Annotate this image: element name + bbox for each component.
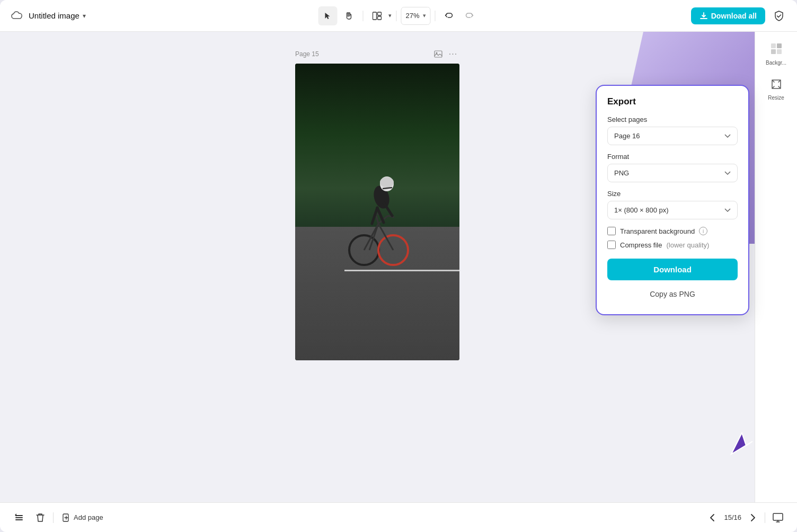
select-pages-label: Select pages (607, 116, 738, 123)
svg-rect-26 (15, 515, 23, 516)
page-label: Page 15 (295, 50, 319, 58)
toolbar-center: ▾ 27% ▾ (318, 6, 479, 25)
select-pages-dropdown[interactable]: Page 16 (607, 127, 738, 145)
add-page-button[interactable]: Add page (58, 510, 108, 525)
copy-png-button[interactable]: Copy as PNG (607, 285, 738, 304)
format-label: Format (607, 153, 738, 161)
svg-rect-27 (15, 517, 23, 518)
zoom-control[interactable]: 27% ▾ (401, 7, 430, 25)
present-button[interactable] (769, 509, 786, 526)
cyclist-scene (295, 64, 459, 360)
transparent-bg-label: Transparent background (620, 227, 695, 235)
right-panel: Backgr... Resize (755, 32, 797, 502)
compress-label: Compress file (620, 241, 662, 249)
background-panel-item[interactable]: Backgr... (759, 38, 793, 70)
zoom-value: 27% (405, 12, 419, 20)
background-panel-label: Backgr... (766, 60, 786, 66)
shield-button[interactable] (769, 6, 789, 25)
svg-rect-28 (15, 519, 23, 520)
svg-rect-1 (377, 12, 381, 15)
bottom-divider (53, 512, 54, 523)
layers-button[interactable] (11, 509, 28, 526)
svg-rect-3 (435, 51, 442, 57)
bottom-right-divider (765, 512, 765, 523)
toolbar: Untitled image ▾ (0, 0, 797, 32)
background-icon (770, 42, 783, 58)
info-icon[interactable]: i (699, 227, 707, 235)
main-area: Page 15 ··· (0, 32, 797, 502)
svg-line-12 (376, 216, 378, 224)
compress-file-row: Compress file (lower quality) (607, 241, 738, 249)
compress-sub-label: (lower quality) (666, 241, 709, 249)
format-dropdown[interactable]: PNG (607, 164, 738, 182)
layout-dropdown[interactable]: ▾ (388, 12, 392, 19)
next-page-button[interactable] (746, 510, 760, 525)
page-label-bar: Page 15 ··· (295, 48, 459, 60)
redo-button[interactable] (460, 6, 479, 25)
resize-panel-label: Resize (768, 95, 784, 101)
title-dropdown-arrow[interactable]: ▾ (83, 12, 86, 20)
svg-rect-23 (771, 49, 776, 54)
pointer-tool-button[interactable] (318, 6, 337, 25)
size-dropdown[interactable]: 1× (800 × 800 px) (607, 201, 738, 219)
svg-rect-0 (373, 12, 376, 20)
project-title: Untitled image (29, 11, 79, 20)
bottom-left: Add page (11, 509, 698, 526)
size-label: Size (607, 190, 738, 198)
bottom-right: 15/16 (705, 509, 786, 526)
cloud-icon[interactable] (8, 7, 25, 24)
svg-rect-22 (777, 43, 782, 48)
svg-point-16 (380, 177, 394, 188)
undo-redo-group (440, 6, 479, 25)
cursor-arrow (727, 429, 754, 460)
resize-panel-item[interactable]: Resize (759, 74, 793, 105)
svg-rect-24 (777, 49, 782, 54)
transparent-bg-checkbox[interactable] (607, 227, 616, 235)
bottom-bar: Add page 15/16 (0, 502, 797, 532)
hand-tool-button[interactable] (339, 6, 358, 25)
resize-icon (771, 78, 782, 93)
page-image-button[interactable] (432, 48, 445, 60)
page-container: Page 15 ··· (295, 48, 459, 360)
divider-1 (362, 11, 363, 21)
export-panel: Export Select pages Page 16 Format PNG S… (596, 85, 749, 315)
undo-button[interactable] (440, 6, 459, 25)
page-actions: ··· (432, 48, 459, 60)
download-all-label: Download all (711, 12, 757, 20)
download-all-button[interactable]: Download all (691, 7, 765, 24)
export-title: Export (607, 96, 738, 107)
transparent-bg-row: Transparent background i (607, 227, 738, 235)
divider-3 (435, 11, 436, 21)
svg-rect-21 (771, 43, 776, 48)
compress-file-checkbox[interactable] (607, 241, 616, 249)
svg-rect-30 (773, 513, 783, 520)
prev-page-button[interactable] (705, 510, 720, 525)
page-counter: 15/16 (724, 513, 741, 521)
download-button[interactable]: Download (607, 259, 738, 280)
page-more-button[interactable]: ··· (447, 48, 459, 60)
layout-tool-button[interactable] (367, 6, 386, 25)
app-container: Untitled image ▾ (0, 0, 797, 532)
svg-rect-2 (377, 16, 381, 20)
add-page-label: Add page (74, 513, 103, 521)
delete-button[interactable] (32, 509, 49, 526)
canvas-image (295, 64, 459, 360)
divider-2 (396, 11, 396, 21)
svg-line-8 (378, 224, 393, 250)
